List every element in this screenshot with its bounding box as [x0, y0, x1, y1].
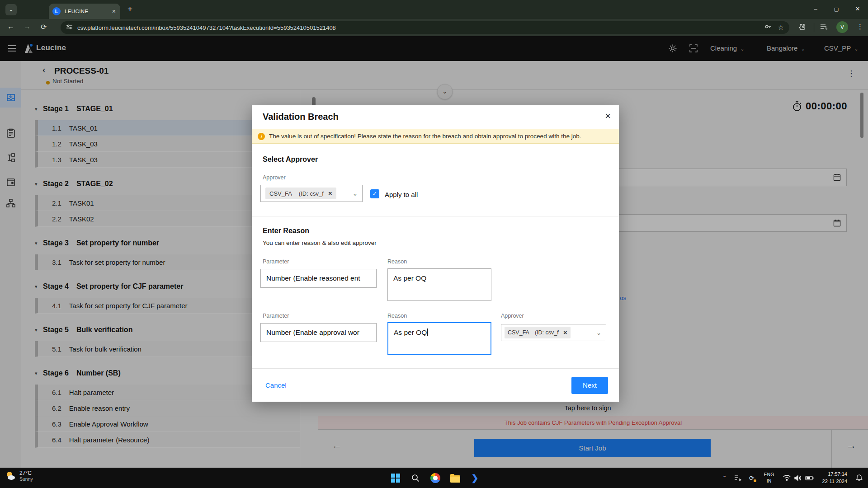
- parameter-input[interactable]: Number (Enable reasoned ent: [260, 269, 377, 288]
- url-text: csv.platform.leucinetech.com/inbox/55935…: [77, 24, 758, 31]
- address-bar[interactable]: csv.platform.leucinetech.com/inbox/55935…: [61, 21, 789, 34]
- weather-sun-icon: [5, 470, 16, 482]
- search-icon: [411, 474, 420, 483]
- wifi-icon[interactable]: [781, 472, 793, 483]
- validation-breach-modal: Validation Breach × i The value is out o…: [252, 105, 619, 402]
- lang-line1: ENG: [764, 472, 774, 478]
- bookmark-star-icon[interactable]: ☆: [778, 23, 784, 32]
- approver-chip: CSV_FA (ID: csv_f ✕: [265, 188, 336, 199]
- approver-chip-name: CSV_FA: [269, 190, 292, 197]
- parameter-label: Parameter: [263, 258, 289, 265]
- clock-date: 22-11-2024: [819, 478, 847, 485]
- modal-close-icon[interactable]: ×: [605, 110, 611, 122]
- modal-alert-text: The value is out of specification! Pleas…: [269, 133, 581, 140]
- reason-text: As per OQ: [394, 328, 427, 336]
- reason-textarea-focused[interactable]: As per OQ: [387, 322, 491, 355]
- windows-logo-icon: [391, 474, 400, 483]
- leucine-favicon: L: [52, 7, 61, 15]
- reason-label: Reason: [387, 258, 407, 265]
- windows-taskbar: 27°C Sunny ❯ ⌃ ⟳ ENG IN: [0, 468, 868, 488]
- info-icon: i: [258, 133, 265, 140]
- password-key-icon[interactable]: [764, 23, 772, 32]
- text-caret: [427, 328, 428, 336]
- sync-status-dot: [754, 479, 756, 482]
- media-queue-icon[interactable]: [820, 23, 828, 33]
- speaker-icon[interactable]: [792, 472, 803, 483]
- browser-tab[interactable]: L LEUCINE ×: [49, 4, 120, 19]
- approver-select[interactable]: CSV_FA (ID: csv_f ✕ ⌄: [260, 185, 363, 202]
- battery-icon[interactable]: [804, 472, 815, 483]
- chevron-down-icon[interactable]: ⌄: [596, 329, 601, 336]
- tab-search-button[interactable]: ⌄: [5, 4, 17, 15]
- cancel-button[interactable]: Cancel: [265, 381, 287, 389]
- parameter-input[interactable]: Number (Enable approval wor: [260, 323, 377, 342]
- lang-line2: IN: [764, 478, 774, 484]
- weather-temp: 27°C: [19, 470, 33, 476]
- browser-tab-strip: ⌄ L LEUCINE × + – ▢ ✕: [0, 0, 868, 19]
- browser-forward-button[interactable]: →: [24, 23, 31, 31]
- tray-expand-chevron[interactable]: ⌃: [719, 472, 730, 483]
- new-tab-button[interactable]: +: [127, 4, 132, 14]
- apply-to-all-checkbox[interactable]: ✓: [370, 189, 379, 198]
- browser-reload-button[interactable]: ⟳: [41, 23, 47, 31]
- approver-chip-name: CSV_FA: [508, 329, 529, 336]
- sync-icon[interactable]: ⟳: [746, 472, 757, 483]
- parameter-label: Parameter: [263, 313, 289, 319]
- taskbar-clock[interactable]: 17:57:14 22-11-2024: [819, 471, 847, 485]
- tab-title: LEUCINE: [65, 9, 111, 14]
- dev-app-icon[interactable]: ❯: [469, 472, 481, 483]
- notification-bell-icon[interactable]: [854, 472, 865, 483]
- extensions-puzzle-icon[interactable]: [797, 23, 805, 33]
- start-button[interactable]: [390, 472, 401, 483]
- site-settings-icon[interactable]: [66, 23, 73, 32]
- web-viewport: Leucine Cleaning⌄ Bangalore⌄ CSV_PP⌄ ‹ P…: [0, 36, 868, 468]
- approver-chip: CSV_FA (ID: csv_f ✕: [505, 327, 571, 338]
- enter-reason-subtitle: You can enter reason & also edit approve…: [263, 239, 377, 246]
- taskbar-weather[interactable]: 27°C Sunny: [5, 470, 33, 482]
- approver-chip-id: (ID: csv_f: [299, 190, 324, 197]
- window-close-button[interactable]: ✕: [847, 0, 868, 18]
- section-divider: [252, 216, 619, 216]
- language-indicator[interactable]: ENG IN: [762, 472, 776, 483]
- window-minimize-button[interactable]: –: [805, 0, 826, 18]
- tab-close-icon[interactable]: ×: [111, 8, 117, 15]
- browser-toolbar: ← → ⟳ csv.platform.leucinetech.com/inbox…: [0, 19, 868, 36]
- volume-mixer-icon[interactable]: [732, 472, 744, 483]
- browser-back-button[interactable]: ←: [7, 23, 14, 31]
- chip-remove-icon[interactable]: ✕: [328, 191, 332, 197]
- toolbar-divider: [814, 23, 814, 32]
- footer-divider: [252, 368, 619, 369]
- clock-time: 17:57:14: [819, 471, 847, 478]
- chevron-down-icon[interactable]: ⌄: [353, 190, 358, 197]
- chrome-taskbar-icon[interactable]: [429, 472, 441, 483]
- reason-textarea[interactable]: As per OQ: [387, 268, 491, 301]
- modal-alert-banner: i The value is out of specification! Ple…: [252, 129, 619, 144]
- weather-desc: Sunny: [19, 476, 33, 482]
- next-button[interactable]: Next: [571, 377, 608, 394]
- taskbar-search-button[interactable]: [410, 472, 421, 483]
- approver-chip-id: (ID: csv_f: [535, 329, 559, 336]
- browser-profile-avatar[interactable]: V: [836, 21, 848, 33]
- file-explorer-icon[interactable]: [449, 472, 461, 483]
- approver-label: Approver: [501, 313, 524, 319]
- browser-menu-kebab-icon[interactable]: ⋮: [857, 23, 863, 31]
- chip-remove-icon[interactable]: ✕: [563, 330, 567, 336]
- select-approver-heading: Select Approver: [263, 155, 318, 164]
- modal-title: Validation Breach: [263, 112, 339, 122]
- apply-to-all-label[interactable]: Apply to all: [385, 191, 418, 198]
- window-maximize-button[interactable]: ▢: [826, 0, 847, 18]
- enter-reason-heading: Enter Reason: [263, 227, 309, 235]
- row-approver-select[interactable]: CSV_FA (ID: csv_f ✕ ⌄: [501, 324, 606, 341]
- reason-label: Reason: [387, 313, 407, 319]
- approver-label: Approver: [263, 174, 286, 181]
